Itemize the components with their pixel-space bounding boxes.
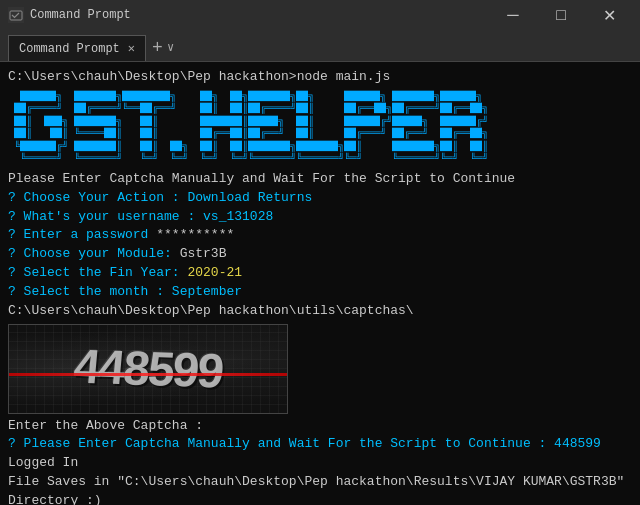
answer-username: vs_131028 bbox=[203, 209, 273, 224]
captcha-inner: 448599 bbox=[9, 325, 287, 413]
captcha-manual-line: ? Please Enter Captcha Manually and Wait… bbox=[8, 435, 632, 454]
tab-label: Command Prompt bbox=[19, 42, 120, 56]
initial-prompt: C:\Users\chauh\Desktop\Pep hackathon>nod… bbox=[8, 68, 632, 87]
logged-in-line: Logged In bbox=[8, 454, 632, 473]
maximize-button[interactable]: □ bbox=[538, 0, 584, 30]
prompt-month: ? Select the month : September bbox=[8, 283, 632, 302]
prompt-password: ? Enter a password ********** bbox=[8, 226, 632, 245]
title-bar: Command Prompt ─ □ ✕ bbox=[0, 0, 640, 30]
file-saved-line: File Saves in "C:\Users\chauh\Desktop\Pe… bbox=[8, 473, 632, 505]
prompt-q6: ? Select the month : bbox=[8, 284, 172, 299]
terminal-area[interactable]: C:\Users\chauh\Desktop\Pep hackathon>nod… bbox=[0, 62, 640, 505]
answer-password: ********** bbox=[156, 227, 234, 242]
answer-fin-year: 2020-21 bbox=[187, 265, 242, 280]
captcha-image: 448599 bbox=[8, 324, 288, 414]
captcha-path-text: C:\Users\chauh\Desktop\Pep hackathon\uti… bbox=[8, 303, 414, 318]
tab-bar: Command Prompt ✕ + ∨ bbox=[0, 30, 640, 62]
captcha-path-line: C:\Users\chauh\Desktop\Pep hackathon\uti… bbox=[8, 302, 632, 321]
prompt-q2: ? What's your username : bbox=[8, 209, 203, 224]
answer-month: September bbox=[172, 284, 242, 299]
cmd-path-text: C:\Users\chauh\Desktop\Pep hackathon>nod… bbox=[8, 69, 390, 84]
close-button[interactable]: ✕ bbox=[586, 0, 632, 30]
notice-line: Please Enter Captcha Manually and Wait F… bbox=[8, 170, 632, 189]
notice-text: Please Enter Captcha Manually and Wait F… bbox=[8, 171, 515, 186]
window-title: Command Prompt bbox=[30, 8, 490, 22]
app-icon bbox=[8, 7, 24, 23]
prompt-q1: ? Choose Your Action : bbox=[8, 190, 187, 205]
captcha-manual-prompt: ? Please Enter Captcha Manually and Wait… bbox=[8, 436, 554, 451]
prompt-action: ? Choose Your Action : Download Returns bbox=[8, 189, 632, 208]
prompt-module: ? Choose your Module: Gstr3B bbox=[8, 245, 632, 264]
active-tab[interactable]: Command Prompt ✕ bbox=[8, 35, 146, 61]
logged-in-text: Logged In bbox=[8, 455, 78, 470]
prompt-username: ? What's your username : vs_131028 bbox=[8, 208, 632, 227]
answer-module: Gstr3B bbox=[180, 246, 227, 261]
enter-captcha-text: Enter the Above Captcha : bbox=[8, 418, 203, 433]
ascii-art-block: ██████╗ ███████╗████████╗ ██╗ ██╗███████… bbox=[8, 91, 632, 166]
minimize-button[interactable]: ─ bbox=[490, 0, 536, 30]
prompt-q5: ? Select the Fin Year: bbox=[8, 265, 187, 280]
enter-captcha-line: Enter the Above Captcha : bbox=[8, 417, 632, 436]
new-tab-button[interactable]: + bbox=[152, 35, 163, 61]
tab-close-button[interactable]: ✕ bbox=[128, 41, 135, 56]
window-controls: ─ □ ✕ bbox=[490, 0, 632, 30]
prompt-q4: ? Choose your Module: bbox=[8, 246, 180, 261]
captcha-entered-value: 448599 bbox=[554, 436, 601, 451]
answer-action: Download Returns bbox=[187, 190, 312, 205]
captcha-red-line bbox=[9, 373, 287, 376]
prompt-q3: ? Enter a password bbox=[8, 227, 156, 242]
prompt-fin-year: ? Select the Fin Year: 2020-21 bbox=[8, 264, 632, 283]
file-saved-text: File Saves in "C:\Users\chauh\Desktop\Pe… bbox=[8, 474, 624, 505]
tab-dropdown-button[interactable]: ∨ bbox=[167, 35, 174, 61]
captcha-display-text: 448599 bbox=[71, 331, 225, 406]
